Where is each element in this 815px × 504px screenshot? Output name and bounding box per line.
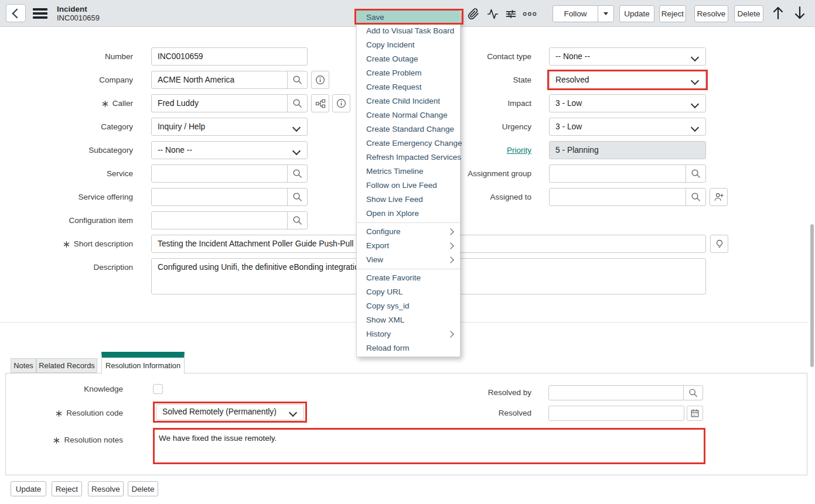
chevron-right-icon <box>447 228 453 235</box>
previous-record-icon[interactable] <box>771 6 785 20</box>
menu-item-open-in-xplore[interactable]: Open in Xplore <box>357 207 460 221</box>
menu-item-follow-on-live-feed[interactable]: Follow on Live Feed <box>357 179 460 193</box>
chevron-right-icon <box>447 256 453 263</box>
resolved-field[interactable] <box>548 406 684 421</box>
company-lookup-button[interactable] <box>287 71 307 88</box>
personalize-form-icon[interactable] <box>504 7 518 21</box>
caller-show-related-button[interactable] <box>311 94 329 112</box>
menu-item-copy-incident[interactable]: Copy Incident <box>357 38 460 52</box>
service-label: Service <box>12 164 133 183</box>
menu-separator <box>357 222 460 223</box>
menu-item-create-outage[interactable]: Create Outage <box>357 52 460 66</box>
urgency-select[interactable]: 3 - Low <box>549 118 706 136</box>
menu-item-save[interactable]: Save <box>357 11 460 24</box>
assign-to-me-button[interactable] <box>710 188 728 206</box>
menu-item-show-live-feed[interactable]: Show Live Feed <box>357 193 460 207</box>
menu-item-create-standard-change[interactable]: Create Standard Change <box>357 122 460 136</box>
menu-item-configure[interactable]: Configure <box>357 225 460 239</box>
footer-update-button[interactable]: Update <box>11 481 46 496</box>
caret-down-icon <box>603 12 608 15</box>
menu-item-create-problem[interactable]: Create Problem <box>357 66 460 80</box>
menu-item-create-normal-change[interactable]: Create Normal Change <box>357 108 460 122</box>
vertical-scrollbar[interactable] <box>810 224 814 367</box>
number-label: Number <box>12 47 133 66</box>
resolve-button[interactable]: Resolve <box>694 5 728 22</box>
service-offering-lookup-button[interactable] <box>287 188 307 205</box>
required-icon <box>56 405 62 423</box>
service-offering-label: Service offering <box>12 188 133 206</box>
configuration-item-lookup-button[interactable] <box>287 212 307 229</box>
menu-item-refresh-impacted-services[interactable]: Refresh Impacted Services <box>357 150 460 164</box>
menu-item-create-request[interactable]: Create Request <box>357 80 460 94</box>
resolved-by-lookup-button[interactable] <box>683 386 703 400</box>
menu-item-create-child-incident[interactable]: Create Child Incident <box>357 94 460 108</box>
more-options-icon[interactable] <box>523 7 537 21</box>
menu-item-history[interactable]: History <box>357 327 460 341</box>
menu-item-show-xml[interactable]: Show XML <box>357 313 460 327</box>
knowledge-checkbox[interactable] <box>153 384 163 394</box>
footer-resolve-button[interactable]: Resolve <box>88 481 124 496</box>
subcategory-select[interactable]: -- None -- <box>151 141 308 159</box>
resolved-label: Resolved <box>410 404 531 422</box>
short-description-label: Short description <box>12 235 133 253</box>
menu-item-metrics-timeline[interactable]: Metrics Timeline <box>357 164 460 179</box>
activity-stream-icon[interactable] <box>486 7 500 21</box>
delete-button[interactable]: Delete <box>734 5 763 22</box>
description-label: Description <box>12 258 133 276</box>
attachment-icon[interactable] <box>466 7 480 21</box>
chevron-right-icon <box>447 242 453 249</box>
menu-toggle-button[interactable] <box>33 8 47 19</box>
menu-item-create-emergency-change[interactable]: Create Emergency Change <box>357 136 460 150</box>
footer-reject-button[interactable]: Reject <box>52 481 82 496</box>
resolved-calendar-button[interactable] <box>687 406 703 421</box>
company-label: Company <box>12 71 133 89</box>
menu-item-reload-form[interactable]: Reload form <box>357 341 460 355</box>
resolved-by-field[interactable] <box>548 385 703 400</box>
assigned-to-lookup-button[interactable] <box>686 188 705 205</box>
number-field[interactable]: INC0010659 <box>151 47 308 66</box>
service-lookup-button[interactable] <box>287 165 307 182</box>
follow-button[interactable]: Follow <box>553 9 598 18</box>
menu-item-copy-url[interactable]: Copy URL <box>357 285 460 299</box>
required-icon <box>63 236 70 254</box>
contact-type-select[interactable]: -- None -- <box>549 47 706 66</box>
resolution-code-label: Resolution code <box>12 404 123 422</box>
menu-item-copy-sys-id[interactable]: Copy sys_id <box>357 299 460 313</box>
state-select[interactable]: Resolved <box>549 71 706 89</box>
menu-item-export[interactable]: Export <box>357 239 460 253</box>
configuration-item-field[interactable] <box>151 211 308 229</box>
reject-button[interactable]: Reject <box>659 5 686 22</box>
menu-item-create-favorite[interactable]: Create Favorite <box>357 271 460 285</box>
assignment-group-field[interactable] <box>549 164 706 183</box>
impact-select[interactable]: 3 - Low <box>549 94 706 112</box>
record-type-title: Incident <box>57 5 87 13</box>
caller-lookup-button[interactable] <box>287 95 307 112</box>
update-button[interactable]: Update <box>619 5 654 22</box>
suggestion-lightbulb-button[interactable] <box>710 235 728 253</box>
back-button[interactable] <box>6 4 26 22</box>
incident-form-page: Incident INC0010659 Follow Update Reject… <box>0 0 815 504</box>
caller-field[interactable]: Fred Luddy <box>151 94 308 112</box>
resolution-notes-text: We have fixed the issue remotely. <box>159 434 277 443</box>
footer-delete-button[interactable]: Delete <box>128 481 158 496</box>
required-icon <box>102 95 108 114</box>
resolution-code-select[interactable]: Solved Remotely (Permanently) <box>156 404 304 420</box>
company-field[interactable]: ACME North America <box>151 71 308 89</box>
tab-notes[interactable]: Notes <box>11 358 36 373</box>
subcategory-label: Subcategory <box>12 141 133 159</box>
follow-dropdown-button[interactable] <box>598 6 613 22</box>
priority-link[interactable]: Priority <box>507 146 531 155</box>
menu-item-view[interactable]: View <box>357 253 460 267</box>
company-preview-button[interactable] <box>311 71 329 89</box>
assignment-group-lookup-button[interactable] <box>686 165 705 182</box>
menu-item-add-to-visual-task-board[interactable]: Add to Visual Task Board <box>357 24 460 38</box>
caller-preview-button[interactable] <box>332 94 350 112</box>
tab-related-records[interactable]: Related Records <box>36 358 97 373</box>
chevron-left-icon <box>12 8 22 18</box>
service-offering-field[interactable] <box>151 188 308 206</box>
assigned-to-field[interactable] <box>549 188 706 206</box>
service-field[interactable] <box>151 164 308 183</box>
next-record-icon[interactable] <box>793 6 807 20</box>
tab-resolution-information[interactable]: Resolution Information <box>101 352 185 373</box>
category-select[interactable]: Inquiry / Help <box>151 118 308 136</box>
